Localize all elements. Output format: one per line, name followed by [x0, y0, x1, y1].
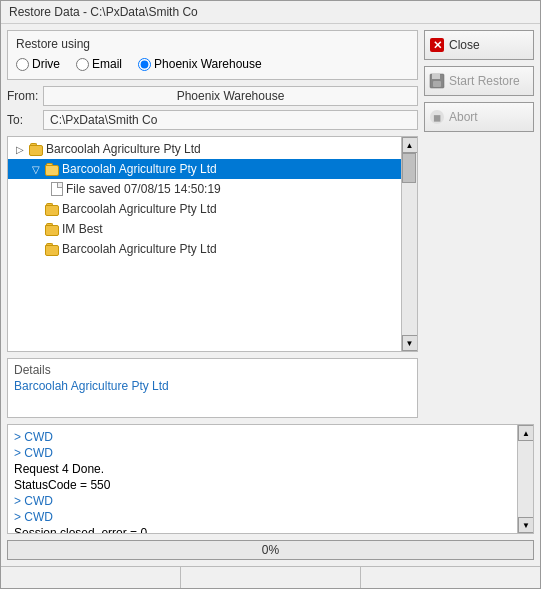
- close-icon: ✕: [429, 37, 445, 53]
- file-icon: [50, 182, 64, 196]
- radio-drive[interactable]: Drive: [16, 57, 60, 71]
- tree-expander[interactable]: ▽: [28, 164, 44, 175]
- details-group: Details Barcoolah Agriculture Pty Ltd: [7, 358, 418, 418]
- disk-icon: [429, 73, 445, 89]
- details-value: Barcoolah Agriculture Pty Ltd: [14, 379, 411, 393]
- tree-item-label: Barcoolah Agriculture Pty Ltd: [62, 242, 217, 256]
- from-value: Phoenix Warehouse: [43, 86, 418, 106]
- folder-icon: [44, 202, 60, 216]
- close-button-label: Close: [449, 38, 480, 52]
- status-segment-1: [1, 567, 181, 588]
- log-content: > CWD > CWD Request 4 Done. StatusCode =…: [8, 425, 517, 533]
- folder-icon: [44, 242, 60, 256]
- radio-drive-label: Drive: [32, 57, 60, 71]
- left-panel: Restore using Drive Email Phoenix Wareho…: [7, 30, 418, 418]
- title-bar: Restore Data - C:\PxData\Smith Co: [1, 1, 540, 24]
- main-window: Restore Data - C:\PxData\Smith Co Restor…: [0, 0, 541, 589]
- tree-item-label: Barcoolah Agriculture Pty Ltd: [62, 162, 217, 176]
- scroll-down-btn[interactable]: ▼: [402, 335, 418, 351]
- scroll-track: [402, 153, 417, 335]
- tree-item[interactable]: File saved 07/08/15 14:50:19: [8, 179, 401, 199]
- progress-text: 0%: [262, 543, 279, 557]
- from-label: From:: [7, 89, 37, 103]
- status-bar: [1, 566, 540, 588]
- svg-rect-1: [432, 74, 440, 79]
- radio-email-label: Email: [92, 57, 122, 71]
- radio-phoenix[interactable]: Phoenix Warehouse: [138, 57, 262, 71]
- radio-phoenix-label: Phoenix Warehouse: [154, 57, 262, 71]
- tree-item-label: Barcoolah Agriculture Pty Ltd: [46, 142, 201, 156]
- log-line: > CWD: [14, 429, 511, 445]
- log-line: > CWD: [14, 445, 511, 461]
- tree-item[interactable]: Barcoolah Agriculture Pty Ltd: [8, 239, 401, 259]
- to-value: C:\PxData\Smith Co: [43, 110, 418, 130]
- status-segment-2: [181, 567, 361, 588]
- abort-button[interactable]: ◼ Abort: [424, 102, 534, 132]
- log-scroll-up-btn[interactable]: ▲: [518, 425, 534, 441]
- progress-section: 0%: [7, 540, 534, 560]
- tree-panel: ▷ Barcoolah Agriculture Pty Ltd ▽: [7, 136, 418, 352]
- tree-item[interactable]: Barcoolah Agriculture Pty Ltd: [8, 199, 401, 219]
- radio-drive-input[interactable]: [16, 58, 29, 71]
- tree-item-label: Barcoolah Agriculture Pty Ltd: [62, 202, 217, 216]
- log-line: Request 4 Done.: [14, 461, 511, 477]
- radio-email-input[interactable]: [76, 58, 89, 71]
- log-panel: > CWD > CWD Request 4 Done. StatusCode =…: [7, 424, 534, 534]
- log-line: > CWD: [14, 509, 511, 525]
- radio-row: Drive Email Phoenix Warehouse: [16, 57, 409, 71]
- details-label: Details: [14, 363, 411, 377]
- restore-using-group: Restore using Drive Email Phoenix Wareho…: [7, 30, 418, 80]
- log-line: StatusCode = 550: [14, 477, 511, 493]
- restore-using-label: Restore using: [16, 37, 409, 51]
- log-scroll-down-btn[interactable]: ▼: [518, 517, 534, 533]
- scroll-thumb[interactable]: [402, 153, 416, 183]
- log-scrollbar[interactable]: ▲ ▼: [517, 425, 533, 533]
- to-row: To: C:\PxData\Smith Co: [7, 110, 418, 130]
- to-label: To:: [7, 113, 37, 127]
- tree-item[interactable]: IM Best: [8, 219, 401, 239]
- tree-item-label: IM Best: [62, 222, 103, 236]
- log-scroll-track: [518, 441, 533, 517]
- folder-open-icon: [44, 162, 60, 176]
- scroll-up-btn[interactable]: ▲: [402, 137, 418, 153]
- main-content: Restore using Drive Email Phoenix Wareho…: [1, 24, 540, 424]
- right-panel: ✕ Close Start Restore ◼ Abort: [424, 30, 534, 418]
- tree-item-selected[interactable]: ▽ Barcoolah Agriculture Pty Ltd: [8, 159, 401, 179]
- abort-label: Abort: [449, 110, 478, 124]
- radio-phoenix-input[interactable]: [138, 58, 151, 71]
- start-restore-icon: [429, 73, 445, 89]
- tree-expander[interactable]: ▷: [12, 144, 28, 155]
- svg-rect-2: [433, 81, 441, 87]
- progress-bar-container: 0%: [7, 540, 534, 560]
- log-line: > CWD: [14, 493, 511, 509]
- log-line: Session closed, error = 0: [14, 525, 511, 533]
- tree-item-label: File saved 07/08/15 14:50:19: [66, 182, 221, 196]
- tree-content: ▷ Barcoolah Agriculture Pty Ltd ▽: [8, 137, 401, 351]
- from-row: From: Phoenix Warehouse: [7, 86, 418, 106]
- radio-email[interactable]: Email: [76, 57, 122, 71]
- window-title: Restore Data - C:\PxData\Smith Co: [9, 5, 198, 19]
- from-to-group: From: Phoenix Warehouse To: C:\PxData\Sm…: [7, 86, 418, 130]
- close-button[interactable]: ✕ Close: [424, 30, 534, 60]
- start-restore-label: Start Restore: [449, 74, 520, 88]
- start-restore-button[interactable]: Start Restore: [424, 66, 534, 96]
- folder-icon: [44, 222, 60, 236]
- tree-item[interactable]: ▷ Barcoolah Agriculture Pty Ltd: [8, 139, 401, 159]
- abort-icon: ◼: [429, 109, 445, 125]
- folder-icon: [28, 142, 44, 156]
- status-segment-3: [361, 567, 540, 588]
- tree-scrollbar[interactable]: ▲ ▼: [401, 137, 417, 351]
